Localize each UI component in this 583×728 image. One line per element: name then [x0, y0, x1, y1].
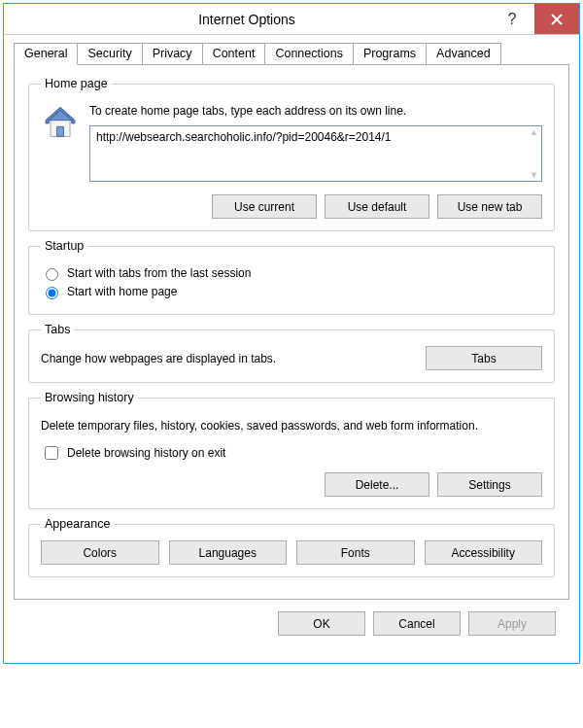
delete-on-exit-checkbox[interactable] — [45, 446, 58, 460]
radio-home-page[interactable] — [46, 287, 58, 299]
help-icon[interactable]: ? — [490, 4, 534, 34]
use-current-button[interactable]: Use current — [212, 194, 317, 219]
radio-last-session[interactable] — [46, 268, 58, 281]
dialog-window: Internet Options ? General Security Priv… — [3, 3, 580, 664]
tab-security[interactable]: Security — [77, 43, 142, 64]
tab-strip: General Security Privacy Content Connect… — [14, 43, 569, 65]
tab-general[interactable]: General — [14, 43, 78, 65]
group-homepage-legend: Home page — [41, 77, 112, 90]
home-icon — [41, 104, 80, 143]
ok-button[interactable]: OK — [278, 611, 365, 636]
cancel-button[interactable]: Cancel — [373, 611, 461, 636]
homepage-input[interactable] — [89, 125, 542, 182]
group-startup-legend: Startup — [41, 239, 87, 253]
group-tabs: Tabs Change how webpages are displayed i… — [28, 323, 555, 383]
tab-content[interactable]: Content — [202, 43, 266, 64]
use-default-button[interactable]: Use default — [325, 194, 429, 219]
window-title: Internet Options — [4, 12, 490, 27]
tabs-description: Change how webpages are displayed in tab… — [41, 352, 276, 365]
close-icon[interactable] — [534, 4, 579, 34]
tab-connections[interactable]: Connections — [264, 43, 354, 64]
group-startup: Startup Start with tabs from the last se… — [28, 239, 555, 315]
languages-button[interactable]: Languages — [169, 540, 288, 565]
fonts-button[interactable]: Fonts — [296, 540, 415, 565]
tab-privacy[interactable]: Privacy — [142, 43, 203, 64]
radio-home-page-label: Start with home page — [67, 285, 177, 298]
settings-button[interactable]: Settings — [437, 472, 542, 497]
svg-rect-4 — [57, 126, 64, 136]
apply-button[interactable]: Apply — [468, 611, 556, 636]
tabs-button[interactable]: Tabs — [426, 346, 542, 370]
delete-on-exit-label: Delete browsing history on exit — [67, 446, 225, 460]
tab-advanced[interactable]: Advanced — [426, 43, 501, 64]
tab-panel-general: Home page To create home page tabs, type… — [14, 65, 569, 600]
accessibility-button[interactable]: Accessibility — [425, 540, 543, 565]
group-history: Browsing history Delete temporary files,… — [28, 391, 555, 509]
dialog-footer: OK Cancel Apply — [14, 600, 569, 649]
titlebar: Internet Options ? — [4, 4, 579, 35]
delete-button[interactable]: Delete... — [325, 472, 429, 497]
history-description: Delete temporary files, history, cookies… — [41, 418, 542, 433]
colors-button[interactable]: Colors — [41, 540, 159, 565]
group-homepage: Home page To create home page tabs, type… — [28, 77, 555, 231]
use-newtab-button[interactable]: Use new tab — [437, 194, 542, 219]
group-appearance-legend: Appearance — [41, 517, 114, 531]
radio-last-session-label: Start with tabs from the last session — [67, 266, 251, 280]
tab-programs[interactable]: Programs — [353, 43, 427, 64]
group-appearance: Appearance Colors Languages Fonts Access… — [28, 517, 555, 577]
homepage-instruction: To create home page tabs, type each addr… — [89, 104, 542, 118]
group-tabs-legend: Tabs — [41, 323, 74, 336]
group-history-legend: Browsing history — [41, 391, 138, 404]
